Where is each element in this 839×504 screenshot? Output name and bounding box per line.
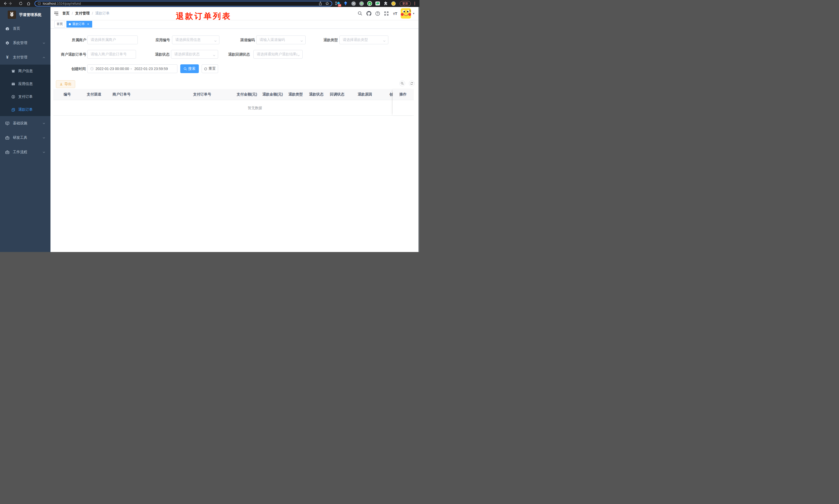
chevron-down-icon [42, 42, 45, 44]
sidebar-item-label: 应用信息 [18, 82, 33, 86]
browser-reload-icon[interactable] [18, 1, 23, 6]
extension-y-icon[interactable]: y [367, 1, 372, 6]
url-path: :1024/pay/refund [56, 2, 81, 5]
merchant-refund-no-input[interactable]: 请输入商户退款订单号 [87, 50, 136, 59]
site-info-icon[interactable] [38, 2, 41, 5]
refund-table: 编号 支付渠道 商户订单号 支付订单号 支付金额(元) 退款金额(元) 退款类型… [53, 89, 414, 115]
url-text: localhost:1024/pay/refund [43, 2, 81, 5]
sidebar-item-label: 基础设施 [13, 121, 27, 126]
sidebar-item-label: 研发工具 [13, 136, 27, 140]
callback-status-select[interactable]: 请选择通知商户退款结果的 [253, 50, 303, 59]
fullscreen-icon[interactable] [382, 7, 391, 20]
sidebar-item-app-info[interactable]: 应用信息 [0, 77, 51, 90]
sidebar-item-payment[interactable]: ¥ 支付管理 [0, 50, 51, 65]
screen: localhost:1024/pay/refund 10 ⌘ y [0, 0, 420, 252]
extension-emoji-icon[interactable] [391, 1, 396, 6]
monitor-icon [5, 121, 10, 126]
create-time-range-input[interactable]: 2022-01-23 00:00:00 - 2022-01-23 23:59:5… [87, 64, 177, 73]
sidebar-fold-icon[interactable] [51, 11, 62, 16]
clock-icon [90, 67, 94, 71]
breadcrumb-payment[interactable]: 支付管理 [75, 11, 90, 16]
filter-app-label: 应用编号 [149, 36, 170, 44]
sidebar-item-merchant-info[interactable]: 商户信息 [0, 65, 51, 77]
navbar-actions: тT ▾ [356, 7, 420, 20]
col-header-refund-reason: 退款原因 [358, 92, 389, 97]
github-icon[interactable] [364, 7, 373, 20]
chevron-down-icon [300, 39, 303, 43]
col-header-id: 编号 [53, 92, 87, 97]
sidebar-item-infrastructure[interactable]: 基础设施 [0, 116, 51, 130]
table-fixed-action-column: 操作 [393, 89, 414, 115]
breadcrumb: 首页 / 支付管理 / 退款订单 [62, 11, 110, 16]
merchant-placeholder: 请选择所属商户 [91, 38, 116, 42]
url-host: localhost [43, 2, 56, 5]
export-button[interactable]: 导出 [56, 80, 75, 88]
sidebar-item-home[interactable]: 首页 [0, 21, 51, 36]
chevron-down-icon [214, 39, 217, 43]
reset-button[interactable]: 重置 [202, 64, 218, 73]
table-refresh-button[interactable] [409, 80, 415, 86]
table-header-row: 编号 支付渠道 商户订单号 支付订单号 支付金额(元) 退款金额(元) 退款类型… [53, 89, 414, 100]
browser-home-icon[interactable] [26, 1, 31, 6]
filter-merchant-refund-no-label: 商户退款订单号 [58, 50, 86, 59]
bookmark-star-icon[interactable] [325, 2, 329, 5]
help-icon[interactable] [373, 7, 382, 20]
toolbox-icon [5, 136, 10, 140]
search-button[interactable]: 搜索 [180, 64, 199, 73]
chevron-up-icon [42, 56, 45, 59]
refund-status-placeholder: 请选择退款状态 [174, 52, 200, 57]
extension-cmd-icon[interactable]: ⌘ [351, 1, 356, 6]
browser-menu-icon[interactable] [413, 1, 416, 6]
browser-update-button[interactable]: 更新 [400, 1, 411, 6]
table-icon [11, 82, 15, 86]
extension-gem-icon[interactable] [343, 1, 348, 6]
channel-select[interactable]: 请输入渠道编码 [256, 36, 306, 44]
main-content: 所属商户 请选择所属商户 应用编号 请选择应用信息 渠道编码 请输入渠道编码 退… [51, 29, 420, 252]
font-size-icon[interactable]: тT [391, 7, 399, 20]
breadcrumb-separator: / [92, 11, 93, 15]
refund-status-select[interactable]: 请选择退款状态 [171, 50, 218, 59]
extension-dot-icon[interactable] [359, 1, 364, 6]
search-icon[interactable] [356, 7, 364, 20]
sidebar-item-pay-order[interactable]: 支付订单 [0, 90, 51, 103]
empty-text: 暂无数据 [248, 100, 262, 115]
user-avatar[interactable] [401, 8, 411, 19]
tag-home[interactable]: 首页 [54, 21, 65, 28]
app-logo-row[interactable]: 芋道管理系统 [0, 7, 51, 19]
window-scrollbar[interactable] [418, 7, 420, 252]
app-placeholder: 请选择应用信息 [175, 38, 201, 42]
chevron-down-icon [42, 151, 45, 154]
table-search-toggle-button[interactable] [399, 80, 405, 86]
channel-placeholder: 请输入渠道编码 [260, 38, 285, 42]
breadcrumb-home[interactable]: 首页 [62, 11, 70, 16]
col-header-pay-amount: 支付金额(元) [237, 92, 263, 97]
sidebar-submenu-payment: 商户信息 应用信息 支付订单 [0, 65, 51, 116]
briefcase-icon [5, 150, 10, 155]
merchant-input[interactable]: 请选择所属商户 [87, 36, 138, 44]
col-header-merchant-order-no: 商户订单号 [112, 92, 193, 97]
caret-down-icon[interactable]: ▾ [413, 12, 414, 15]
tag-close-icon[interactable]: × [86, 22, 90, 26]
extensions-puzzle-icon[interactable] [383, 1, 388, 6]
yen-icon: ¥ [5, 55, 10, 60]
sidebar-item-refund-order[interactable]: 退款订单 [0, 103, 51, 116]
url-bar[interactable]: localhost:1024/pay/refund [35, 1, 332, 6]
share-icon[interactable] [319, 2, 322, 5]
refund-type-select[interactable]: 请选择退款类型 [339, 36, 388, 44]
gear-icon [5, 41, 10, 45]
export-button-label: 导出 [65, 82, 72, 87]
app-select[interactable]: 请选择应用信息 [172, 36, 219, 44]
sidebar-item-system[interactable]: 系统管理 [0, 36, 51, 50]
sidebar-item-dev-tools[interactable]: 研发工具 [0, 130, 51, 145]
top-navbar: 首页 / 支付管理 / 退款订单 тT ▾ [51, 7, 420, 20]
tag-refund-order[interactable]: 退款订单 × [67, 21, 92, 28]
extension-chat-icon[interactable] [375, 1, 380, 6]
chevron-down-icon [42, 137, 45, 139]
app-logo-rabbit [8, 11, 16, 19]
sidebar-item-workflow[interactable]: 工作流程 [0, 145, 51, 159]
extension-tabs-icon[interactable]: 10 [335, 1, 340, 6]
col-header-refund-amount: 退款金额(元) [263, 92, 288, 97]
browser-forward-icon[interactable] [8, 1, 13, 6]
sidebar-menu: 首页 系统管理 ¥ 支付管理 [0, 21, 51, 159]
browser-back-icon[interactable] [2, 1, 8, 6]
